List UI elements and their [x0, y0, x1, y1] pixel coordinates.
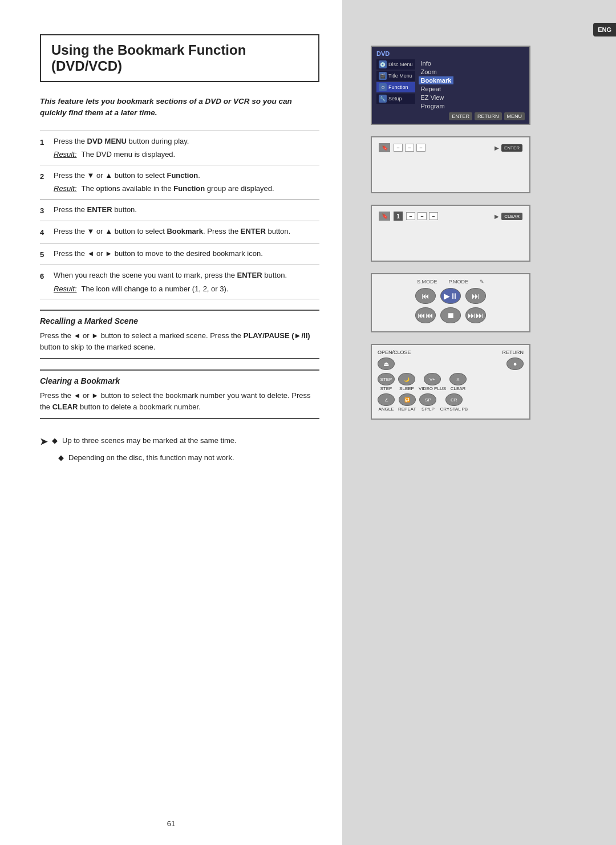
dvd-enter-btn: ENTER: [449, 112, 472, 120]
step-3-instruction: Press the ENTER button.: [54, 204, 319, 216]
intro-text: This feature lets you bookmark sections …: [40, 96, 319, 119]
step-1: 1 Press the DVD MENU button during play.…: [40, 131, 319, 165]
notes-section: ➤ ◆ Up to three scenes may be marked at …: [40, 435, 319, 464]
dvd-left-item-3: ⚙ Function: [376, 82, 415, 92]
dvd-return-btn: RETURN: [475, 112, 502, 120]
step-5-content: Press the ◄ or ► button to move to the d…: [54, 248, 319, 261]
note-2-text: Depending on the disc, this function may…: [68, 452, 234, 464]
bookmark-bar-screen-2: 🔖 1 – – – ▶ CLEAR: [371, 205, 530, 262]
open-close-label: OPEN/CLOSE: [378, 350, 411, 355]
step-2-num: 2: [40, 170, 54, 194]
step-3-content: Press the ENTER button.: [54, 204, 319, 217]
step-6-result-text: The icon will change to a number (1, 2, …: [81, 283, 228, 295]
bm-play-icon-2: ▶: [495, 213, 499, 220]
step-4-content: Press the ▼ or ▲ button to select Bookma…: [54, 226, 319, 238]
step-2-result-text: The options available in the Function gr…: [81, 183, 274, 194]
videoplus-btn[interactable]: V+: [424, 373, 441, 385]
eng-badge: ENG: [593, 23, 616, 36]
prev-btn[interactable]: ⏮⏮: [415, 307, 436, 323]
bm-clear-btn: CLEAR: [501, 213, 522, 220]
play-btn[interactable]: ▶⏸: [440, 288, 461, 304]
dvd-right-bookmark: Bookmark: [419, 76, 454, 84]
sleep-btn[interactable]: 🌙: [398, 373, 415, 385]
dvd-right-repeat: Repeat: [419, 85, 454, 93]
recalling-section: Recalling a Marked Scene Press the ◄ or …: [40, 310, 319, 359]
dvd-right-info: Info: [419, 59, 454, 67]
dvd-left-label-2: Title Menu: [388, 73, 412, 79]
videoplus-label: VIDEO PLUS: [419, 386, 446, 391]
disc-icon: 💿: [379, 60, 387, 68]
step-5-num: 5: [40, 248, 54, 261]
note-item-2: ◆ Depending on the disc, this function m…: [40, 452, 319, 464]
ff-btn[interactable]: ⏭: [465, 288, 486, 304]
dvd-left-item-4: 🔧 Setup: [376, 94, 415, 104]
clearing-title: Clearing a Bookmark: [40, 376, 319, 385]
clear-group: X CLEAR: [449, 373, 467, 391]
dvd-menu-screen: DVD 💿 Disc Menu 🎬 Title Menu ⚙ Function: [371, 46, 530, 125]
step-6-content: When you reach the scene you want to mar…: [54, 270, 319, 294]
step-6-instruction: When you reach the scene you want to mar…: [54, 270, 319, 281]
step-2-result-label: Result:: [54, 183, 76, 194]
angle-btn[interactable]: ∠: [378, 393, 395, 406]
step-6-result-label: Result:: [54, 283, 76, 295]
dvd-left-label-1: Disc Menu: [388, 62, 413, 67]
bookmark-bar-2: 🔖 1 – – – ▶ CLEAR: [379, 212, 522, 221]
bm-slot-1a: –: [394, 144, 403, 152]
splp-btn[interactable]: SP: [419, 393, 436, 406]
angle-group: ∠ ANGLE: [378, 393, 395, 412]
step-6: 6 When you reach the scene you want to m…: [40, 265, 319, 299]
dvd-left-item-2: 🎬 Title Menu: [376, 71, 415, 81]
repeat-group: 🔁 REPEAT: [398, 393, 416, 412]
sleep-label: SLEEP: [399, 386, 414, 391]
page-container: Using the Bookmark Function (DVD/VCD) Th…: [0, 0, 616, 845]
edit-icon: ✎: [480, 279, 484, 285]
rew-btn[interactable]: ⏮: [415, 288, 436, 304]
right-sidebar: ENG DVD 💿 Disc Menu 🎬 Title Menu ⚙ Fun: [342, 0, 616, 845]
splp-group: SP SP/LP: [419, 393, 436, 412]
dvd-left-col: 💿 Disc Menu 🎬 Title Menu ⚙ Function 🔧 Se…: [376, 59, 415, 110]
bm-slots-2: – – –: [406, 212, 438, 220]
bookmark-bar-1: 🔖 – – – ▶ ENTER: [379, 143, 522, 152]
step-5: 5 Press the ◄ or ► button to move to the…: [40, 243, 319, 265]
step-1-content: Press the DVD MENU button during play. R…: [54, 136, 319, 160]
splp-label: SP/LP: [422, 407, 435, 412]
angle-label: ANGLE: [378, 407, 394, 412]
crystalpb-btn[interactable]: CR: [445, 393, 463, 406]
setup-icon: 🔧: [379, 95, 387, 103]
step-3-num: 3: [40, 204, 54, 217]
spacer: [40, 452, 54, 464]
skip-btn[interactable]: ⏭⏭: [465, 307, 486, 323]
clear-label: CLEAR: [451, 386, 466, 391]
step-2: 2 Press the ▼ or ▲ button to select Func…: [40, 165, 319, 199]
step-4-instruction: Press the ▼ or ▲ button to select Bookma…: [54, 226, 319, 237]
step-3: 3 Press the ENTER button.: [40, 199, 319, 221]
function-icon: ⚙: [379, 83, 387, 91]
return-btn[interactable]: ●: [506, 358, 524, 370]
bm-slot-2c: –: [429, 212, 438, 220]
note-item-1: ➤ ◆ Up to three scenes may be marked at …: [40, 435, 319, 449]
open-close-btn[interactable]: ⏏: [378, 358, 395, 370]
remote2-row-1: ⏏ ●: [378, 358, 524, 371]
bm-slots-1: – – –: [394, 144, 425, 152]
remote2-top: OPEN/CLOSE RETURN: [378, 350, 524, 355]
page-title: Using the Bookmark Function (DVD/VCD): [40, 34, 319, 82]
repeat-btn[interactable]: 🔁: [399, 393, 416, 406]
step-5-instruction: Press the ◄ or ► button to move to the d…: [54, 248, 319, 259]
page-number: 61: [167, 819, 175, 828]
bm-controls-2: ▶ CLEAR: [495, 213, 522, 220]
dvd-buttons: ENTER RETURN MENU: [376, 112, 525, 120]
title-icon: 🎬: [379, 72, 387, 80]
step-1-result-text: The DVD menu is displayed.: [81, 149, 175, 160]
left-content: Using the Bookmark Function (DVD/VCD) Th…: [0, 0, 342, 845]
remote2-row-2: STEP STEP 🌙 SLEEP V+ VIDEO PLUS X CLEAR: [378, 373, 524, 391]
step-btn[interactable]: STEP: [378, 373, 395, 385]
crystalpb-label: CRYSTAL PB: [440, 407, 468, 412]
clear-btn[interactable]: X: [449, 373, 467, 385]
return-label: RETURN: [502, 350, 524, 355]
dvd-menu-rows: 💿 Disc Menu 🎬 Title Menu ⚙ Function 🔧 Se…: [376, 59, 525, 110]
bm-play-icon: ▶: [495, 145, 499, 151]
stop-btn[interactable]: ⏹: [440, 307, 461, 323]
bookmark-icon-2: 🔖: [379, 212, 390, 221]
bullet-icon: ◆: [52, 435, 58, 449]
dvd-menu-btn: MENU: [504, 112, 525, 120]
